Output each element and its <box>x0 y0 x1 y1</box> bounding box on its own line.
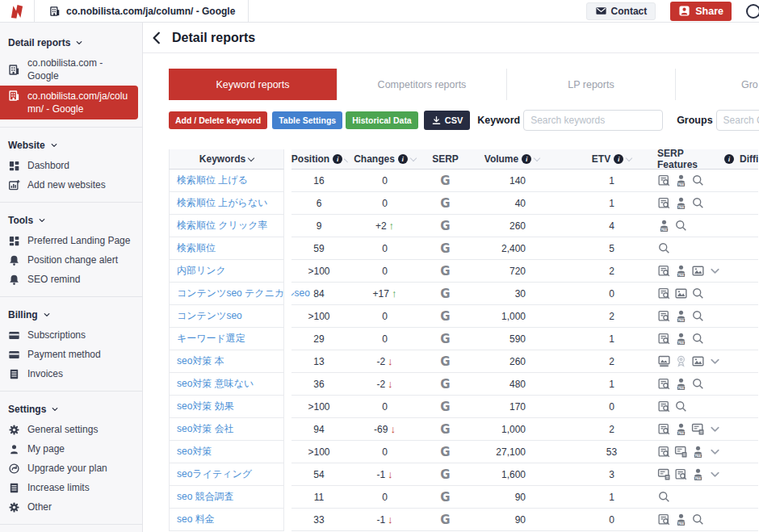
google-serp-icon[interactable]: G <box>440 174 450 188</box>
google-serp-icon[interactable]: G <box>440 309 450 324</box>
keyword-link[interactable]: 検索順位 上がらない <box>177 196 267 210</box>
sort-down-icon[interactable] <box>410 154 417 161</box>
sidebar-item-invoices[interactable]: Invoices <box>0 364 142 383</box>
column-header-serp_features[interactable]: SERP Featuresi <box>649 149 734 170</box>
sidebar-section-billing[interactable]: Billing <box>0 304 142 325</box>
keyword-link[interactable]: キーワード選定 <box>177 332 245 346</box>
keyword-link[interactable]: 内部リンク <box>177 264 226 278</box>
historical-data-button[interactable]: Historical Data <box>346 111 418 129</box>
more-chevron-icon[interactable] <box>708 354 722 368</box>
sidebar-item-preferred-landing-page[interactable]: Preferred Landing Page <box>0 231 142 250</box>
sort-down-icon[interactable] <box>626 154 632 161</box>
sidebar-item-seo-remind[interactable]: SEO remind <box>0 270 142 289</box>
sidebar-item-payment-method[interactable]: Payment method <box>0 345 142 364</box>
info-icon[interactable]: i <box>333 154 342 164</box>
website-tab[interactable]: co.nobilista.com/ja/column/ - Google <box>34 0 249 23</box>
keyword-link[interactable]: seo対策 本 <box>177 354 224 368</box>
keyword-link[interactable]: seo対策 会社 <box>177 422 234 436</box>
download-icon <box>431 115 442 126</box>
column-header-changes[interactable]: Changesi <box>346 149 423 170</box>
more-chevron-icon[interactable] <box>708 467 722 481</box>
sidebar-item-subscriptions[interactable]: Subscriptions <box>0 325 142 345</box>
info-icon[interactable]: i <box>398 154 408 164</box>
tab-competitors-reports[interactable]: Competitors reports <box>337 69 506 100</box>
sidebar-item-increase-limits[interactable]: Increase limits <box>0 478 142 497</box>
column-header-serp[interactable]: SERP <box>423 149 468 170</box>
help-button[interactable] <box>746 4 759 19</box>
sidebar-item-other[interactable]: Other <box>0 497 142 517</box>
keyword-link[interactable]: 検索順位 <box>177 241 216 255</box>
sort-down-icon[interactable] <box>534 154 540 161</box>
sidebar-item-upgrade-your-plan[interactable]: Upgrade your plan <box>0 459 142 478</box>
google-serp-icon[interactable]: G <box>440 377 450 392</box>
groups-search-input[interactable] <box>716 110 759 131</box>
keyword-link[interactable]: seoライティング <box>177 467 252 481</box>
column-header-position[interactable]: Positioni <box>291 149 346 170</box>
google-serp-icon[interactable]: G <box>440 196 450 211</box>
sidebar-section-detail-reports[interactable]: Detail reports <box>0 32 142 53</box>
keyword-link[interactable]: seo 競合調査 <box>177 490 234 504</box>
google-serp-icon[interactable]: G <box>440 332 450 346</box>
column-header-difficulty[interactable]: Difficultyi <box>734 149 758 170</box>
more-chevron-icon[interactable] <box>708 422 722 436</box>
keyword-search-input[interactable] <box>523 110 663 131</box>
google-serp-icon[interactable]: G <box>440 400 450 414</box>
share-button[interactable]: Share <box>670 2 732 21</box>
tab-group-reports[interactable]: Group reports <box>675 69 758 100</box>
volume-value: 30 <box>515 288 526 300</box>
volume-cell: 30 <box>468 283 556 305</box>
more-chevron-icon[interactable] <box>708 264 722 278</box>
sidebar-item-general-settings[interactable]: General settings <box>0 420 142 439</box>
google-serp-icon[interactable]: G <box>440 354 450 369</box>
google-serp-icon[interactable]: G <box>440 241 450 256</box>
google-serp-icon[interactable]: G <box>440 490 450 505</box>
google-serp-icon[interactable]: G <box>440 422 450 437</box>
keyword-link[interactable]: コンテンツseo <box>177 309 242 323</box>
related-search-icon <box>674 219 688 232</box>
more-chevron-icon[interactable] <box>708 445 722 459</box>
info-icon[interactable]: i <box>614 154 623 164</box>
column-header-keywords[interactable]: Keywords <box>169 149 284 170</box>
sidebar-section-website[interactable]: Website <box>0 135 142 156</box>
keyword-link[interactable]: seo 料金 <box>177 513 215 526</box>
csv-download-button[interactable]: CSV <box>424 111 471 130</box>
info-icon[interactable]: i <box>724 154 734 164</box>
changes-cell: 0 <box>346 260 423 283</box>
serp-features-cell <box>649 486 734 509</box>
keyword-link[interactable]: seo対策 効果 <box>177 400 234 413</box>
contact-button[interactable]: Contact <box>586 2 656 20</box>
column-header-volume[interactable]: Volumei <box>468 149 556 170</box>
nobilista-logo[interactable] <box>0 3 34 19</box>
sidebar-section-settings[interactable]: Settings <box>0 399 142 420</box>
google-serp-icon[interactable]: G <box>440 287 450 301</box>
table-row: seo対策 本13-2↓G2602 <box>169 350 758 373</box>
keyword-cell: 内部リンク <box>169 260 284 283</box>
keyword-link[interactable]: seo対策 意味ない <box>177 377 254 391</box>
tab-lp-reports[interactable]: LP reports <box>506 69 675 100</box>
table-settings-button[interactable]: Table Settings <box>272 111 342 129</box>
keyword-link[interactable]: seo対策 <box>177 445 212 459</box>
sidebar-item-dashbord[interactable]: Dashbord <box>0 156 142 175</box>
topbar-actions: Contact Share <box>586 2 759 21</box>
info-icon[interactable]: i <box>522 154 531 164</box>
google-serp-icon[interactable]: G <box>440 445 450 459</box>
sidebar-section-tools[interactable]: Tools <box>0 210 142 231</box>
difficulty-cell <box>734 509 758 531</box>
sidebar-item-co-nobilista-com-google[interactable]: co.nobilista.com - Google <box>0 53 142 86</box>
sidebar-item-position-change-alert[interactable]: Position change alert <box>0 250 142 270</box>
changes-cell: 0 <box>346 170 423 192</box>
tab-keyword-reports[interactable]: Keyword reports <box>169 69 337 100</box>
google-serp-icon[interactable]: G <box>440 467 450 482</box>
keyword-link[interactable]: 検索順位 上げる <box>177 174 248 187</box>
add-delete-keyword-button[interactable]: Add / Delete keyword <box>169 111 267 129</box>
google-serp-icon[interactable]: G <box>440 219 450 233</box>
position-cell: 54 <box>291 463 346 486</box>
google-serp-icon[interactable]: G <box>440 264 450 279</box>
sidebar-item-co-nobilista-com-ja-column-google[interactable]: co.nobilista.com/ja/column/ - Google <box>0 86 138 119</box>
sidebar-item-add-new-websites[interactable]: Add new websites <box>0 175 142 195</box>
keyword-link[interactable]: 検索順位 クリック率 <box>177 219 267 232</box>
google-serp-icon[interactable]: G <box>440 513 450 527</box>
back-button[interactable] <box>149 31 164 45</box>
column-header-etv[interactable]: ETVi <box>556 149 649 170</box>
sidebar-item-my-page[interactable]: My page <box>0 439 142 459</box>
